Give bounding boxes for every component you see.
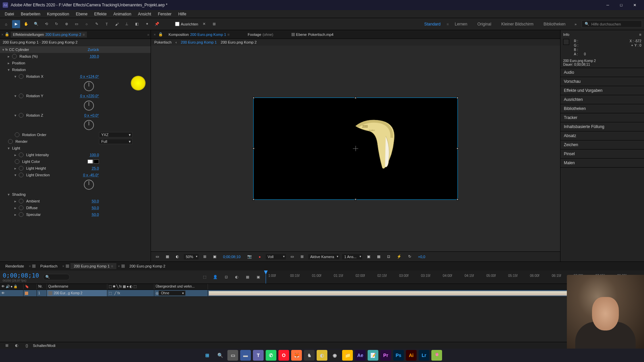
stopwatch-icon[interactable] — [19, 153, 23, 157]
taskbar-whatsapp-icon[interactable]: ✆ — [266, 350, 276, 361]
tl-3d-icon[interactable]: ▣ — [254, 273, 262, 281]
tl-tab-komp1[interactable]: 200 Euro.png Komp 1 ≡ — [70, 263, 116, 269]
rotz-value[interactable]: 0 x +0,0° — [84, 113, 149, 117]
vc-region-icon[interactable]: ▭ — [288, 254, 296, 259]
light-height-value[interactable]: 25,0 — [92, 166, 149, 170]
vc-resolution-icon[interactable]: ⊞ — [201, 254, 208, 259]
menu-animation[interactable]: Animation — [110, 11, 135, 17]
workspace-kleiner[interactable]: Kleiner Bildschirm — [497, 20, 538, 28]
taskbar-lr-icon[interactable]: Lr — [419, 350, 429, 361]
timeline-layer-row[interactable]: 👁 1 200 Eur...g Komp 2 ⬚ ╱ fx ◎ Ohne — [0, 290, 644, 297]
bc-back-icon[interactable]: ‹ — [175, 40, 177, 44]
taskbar-notepad-icon[interactable]: 📝 — [368, 350, 378, 361]
taskbar-folder-icon[interactable]: 📁 — [342, 350, 353, 361]
prop-specular[interactable]: ▸ Specular 50,0 — [0, 211, 151, 218]
panel-audio[interactable]: Audio — [560, 68, 644, 77]
viewer-canvas[interactable]: 200 EURO — [151, 46, 560, 251]
menu-ebene[interactable]: Ebene — [72, 11, 91, 17]
panel-malen[interactable]: Malen — [560, 159, 644, 168]
taskbar-explorer-icon[interactable]: ▬ — [240, 350, 251, 361]
workspace-more-icon[interactable]: » — [572, 20, 580, 28]
exposure-value[interactable]: +0,0 — [416, 254, 427, 259]
zoom-tool-icon[interactable]: 🔍 — [32, 20, 40, 28]
hand-tool-icon[interactable]: ✋ — [22, 20, 30, 28]
vc-3d-icon[interactable]: ▣ — [365, 254, 372, 259]
stopwatch-icon[interactable] — [19, 74, 23, 79]
orbit-tool-icon[interactable]: ⟲ — [42, 20, 50, 28]
viewer-tab-ebene[interactable]: Ebene Pokertisch.mp4 — [289, 32, 336, 38]
minimize-button[interactable]: ─ — [601, 0, 614, 10]
rot-order-dropdown[interactable]: YXZ — [99, 132, 132, 137]
workspace-lernen[interactable]: Lernen — [451, 20, 471, 28]
light-intensity-value[interactable]: 100,0 — [90, 153, 149, 157]
views-dropdown[interactable]: 1 Ans... — [342, 254, 362, 259]
stopwatch-icon[interactable] — [19, 199, 23, 203]
anchor-tool-icon[interactable]: ⊕ — [62, 20, 70, 28]
panel-ausrichten[interactable]: Ausrichten — [560, 95, 644, 104]
tab-close-icon[interactable]: × — [62, 264, 64, 268]
snap-icon[interactable]: ✕ — [200, 20, 208, 28]
vc-guide-icon[interactable]: ▦ — [375, 254, 382, 259]
workspace-biblio[interactable]: Bibliotheken — [540, 20, 570, 28]
zoom-dropdown[interactable]: 50% — [184, 254, 199, 259]
rotation-z-dial[interactable] — [84, 120, 94, 130]
home-icon[interactable]: ⌂ — [2, 20, 10, 28]
parent-dropdown[interactable]: Ohne — [159, 291, 185, 296]
rotate-tool-icon[interactable]: ↻ — [52, 20, 60, 28]
selection-tool-icon[interactable]: ▶ — [12, 20, 20, 28]
viewer-tab-footage[interactable]: Footage (ohne) — [245, 32, 276, 38]
panel-inhaltsbasierte[interactable]: Inhaltsbasierte Füllung — [560, 122, 644, 131]
brush-tool-icon[interactable]: 🖌 — [113, 20, 121, 28]
taskbar-ps-icon[interactable]: Ps — [393, 350, 404, 361]
menu-ansicht[interactable]: Ansicht — [135, 11, 154, 17]
diffuse-value[interactable]: 50,0 — [92, 206, 149, 210]
panel-pinsel[interactable]: Pinsel — [560, 149, 644, 159]
stopwatch-icon[interactable] — [19, 205, 23, 210]
vc-transparency-icon[interactable]: ▣ — [211, 254, 218, 259]
taskbar-ai-icon[interactable]: Ai — [406, 350, 417, 361]
taskbar-firefox-icon[interactable]: 🦊 — [291, 350, 302, 361]
timeline-search[interactable]: 🔍 — [43, 274, 70, 280]
render-dropdown[interactable]: Full — [99, 139, 132, 144]
workspace-original[interactable]: Original — [473, 20, 495, 28]
tab-close-icon[interactable]: × — [118, 264, 120, 268]
effect-reset-link[interactable]: Zurück — [88, 48, 149, 52]
tl-shy-icon[interactable]: 👤 — [211, 273, 219, 281]
stopwatch-icon[interactable] — [19, 166, 23, 171]
panel-effekte-vorgaben[interactable]: Effekte und Vorgaben — [560, 86, 644, 95]
pen-tool-icon[interactable]: ✎ — [93, 20, 101, 28]
tl-tab-komp2[interactable]: 200 Euro.png Komp 2 — [126, 263, 169, 269]
stopwatch-icon[interactable] — [19, 212, 23, 217]
rect-tool-icon[interactable]: ▭ — [72, 20, 80, 28]
taskbar-opera-icon[interactable]: O — [278, 350, 289, 361]
tl-motion-icon[interactable]: ◐ — [233, 273, 241, 281]
effect-cc-cylinder[interactable]: ▾ fx CC Cylinder Zurück — [0, 46, 151, 53]
timeline-timecode[interactable]: 0;00;08;10 — [3, 272, 39, 279]
stopwatch-icon[interactable] — [15, 159, 19, 164]
taskbar-app3-icon[interactable]: 🌷 — [431, 350, 442, 361]
vc-fast-icon[interactable]: ⚡ — [395, 254, 404, 259]
prop-ambient[interactable]: ▸ Ambient 50,0 — [0, 198, 151, 204]
video-frame[interactable]: 200 EURO — [253, 98, 458, 200]
vc-pixel-icon[interactable]: ⊡ — [385, 254, 392, 259]
menu-hilfe[interactable]: Hilfe — [175, 11, 190, 17]
vc-alpha-icon[interactable]: ▦ — [164, 254, 171, 259]
menu-bearbeiten[interactable]: Bearbeiten — [17, 11, 44, 17]
panel-bibliotheken[interactable]: Bibliotheken — [560, 104, 644, 113]
stopwatch-icon[interactable] — [19, 94, 23, 98]
start-button[interactable]: ⊞ — [202, 350, 213, 361]
quality-dropdown[interactable]: Voll — [266, 254, 286, 259]
tl-toggle1-icon[interactable]: ⊞ — [3, 342, 11, 350]
eraser-tool-icon[interactable]: ◧ — [133, 20, 141, 28]
viewer-timecode[interactable]: 0;00;08;10 — [221, 254, 243, 259]
ellipse-tool-icon[interactable]: ○ — [83, 20, 91, 28]
panel-zeichen[interactable]: Zeichen — [560, 140, 644, 149]
prop-light-height[interactable]: ▸ Light Height 25,0 — [0, 165, 151, 172]
viewer-lock-icon[interactable]: 🔒 — [158, 32, 163, 37]
panel-absatz[interactable]: Absatz — [560, 131, 644, 140]
tl-tab-pokertisch[interactable]: Pokertisch — [37, 263, 61, 269]
panel-tracker[interactable]: Tracker — [560, 113, 644, 122]
tab-close-icon[interactable]: × — [29, 264, 31, 268]
switches-modes-label[interactable]: Schalter/Modi — [33, 344, 55, 348]
taskbar-ae-icon[interactable]: Ae — [355, 350, 366, 361]
